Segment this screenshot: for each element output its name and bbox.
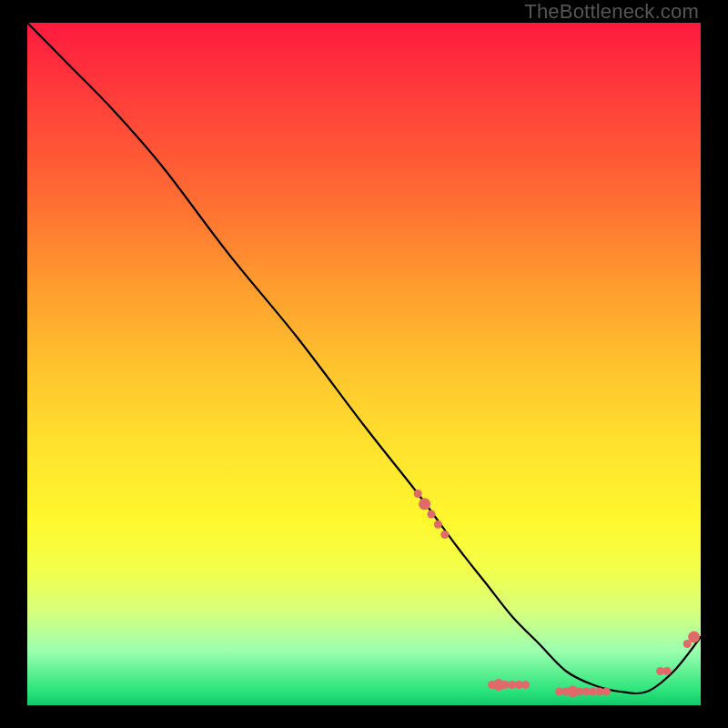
- chart-overlay-svg: [27, 23, 701, 705]
- data-point-marker: [602, 688, 611, 696]
- data-point-marker: [688, 632, 700, 643]
- data-point-marker: [419, 498, 430, 510]
- data-point-marker: [434, 521, 442, 529]
- data-point-marker: [414, 490, 422, 498]
- bottleneck-curve-line: [27, 23, 701, 693]
- data-points-group: [414, 490, 700, 698]
- data-point-marker: [663, 667, 672, 675]
- data-point-marker: [521, 681, 530, 689]
- watermark-text: TheBottleneck.com: [524, 0, 699, 24]
- data-point-marker: [440, 531, 449, 539]
- data-point-marker: [428, 511, 436, 519]
- chart-frame: { "watermark": "TheBottleneck.com", "plo…: [0, 0, 728, 728]
